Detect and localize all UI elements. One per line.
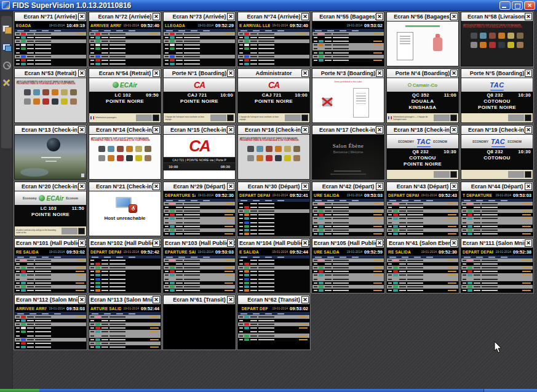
screen-tile-p1[interactable]: Porte N°1 (Boarding)✕CACAJ 72110:00POINT… [163,68,236,123]
screen-tile-54[interactable]: Ecran N°54 (Retrait)✕ECAirLC 10209:50POI… [89,68,161,123]
tile-close-icon[interactable]: ✕ [78,70,86,77]
connection-icon[interactable] [2,60,11,69]
ecair-globe-icon [113,82,119,88]
tile-close-icon[interactable]: ✕ [78,126,86,134]
tile-close-icon[interactable]: ✕ [450,183,458,190]
tile-close-icon[interactable]: ✕ [78,183,86,190]
screen-tile-admin[interactable]: Administrator✕CACAJ 72110:00POINTE NOIRE… [237,68,310,123]
screen-tile-p3[interactable]: Porte N°3 (Boarding)✕Items prohibited in… [312,68,384,123]
screen-tile-62[interactable]: Ecran N°62 (Transit)✕DEPART DEF19-01-201… [237,295,310,350]
tile-close-icon[interactable]: ✕ [525,239,532,247]
screen-tile-15[interactable]: Ecran N°15 (Check-in)✕CACAJ 721 | POINTE… [163,125,236,180]
screen-tile-104[interactable]: Ecran N°104 (Hall Public - 1✕E SALIDA19-… [237,238,310,293]
taskbar[interactable] [0,389,537,392]
tile-close-icon[interactable]: ✕ [153,70,160,77]
tile-close-icon[interactable]: ✕ [450,13,458,20]
screen-tile-55[interactable]: Ecran N°55 (Bagages)✕19-01-201409:53:02 [312,12,384,66]
screen-tile-20[interactable]: Ecran N°20 (Check-in)✕EconomyECAirEconom… [14,182,87,236]
tile-close-icon[interactable]: ✕ [78,239,86,247]
tac-logo: TAC [490,79,504,91]
screen-tile-43[interactable]: Ecran N°43 (Départ)✕DEPART DEPARTUR19-01… [386,182,459,236]
screen-tile-53[interactable]: Ecran N°53 (Retrait)✕ARTICLES INTERDITS … [14,68,87,123]
screens-icon[interactable] [2,42,11,51]
tile-close-icon[interactable]: ✕ [153,239,160,247]
tile-close-icon[interactable]: ✕ [450,70,458,77]
screen-tile-p4[interactable]: Porte N°4 (Boarding)✕Camair-CoQC 35211:0… [386,68,459,123]
screen-tile-73[interactable]: Ecran N°73 (Arrivée)✕LLEGADA19-01-201409… [163,12,236,66]
tile-close-icon[interactable]: ✕ [525,13,532,20]
screen-tile-13[interactable]: Ecran N°13 (Check-in)✕ [14,125,87,180]
screen-tile-44[interactable]: Ecran N°44 (Départ)✕T DEPARTURE SALIDA19… [461,182,533,236]
screen-tile-16[interactable]: Ecran N°16 (Check-in)✕ARTICLES INTERDITS… [237,125,310,180]
close-button[interactable]: ✕ [524,1,535,10]
tile-close-icon[interactable]: ✕ [376,126,383,134]
screen-tile-113[interactable]: Ecran N°113 (Salon Mniste✕ARTURE SALIDA1… [89,295,161,350]
tile-close-icon[interactable]: ✕ [227,183,234,190]
screen-tile-18[interactable]: Ecran N°18 (Check-in)✕ECONOMYTACECONOMQ8… [386,125,459,180]
screen-tile-29[interactable]: Ecran N°29 (Départ)✕DEPARTURE SALIDA19-0… [163,182,236,236]
tile-close-icon[interactable]: ✕ [227,70,234,77]
screen-tile-102[interactable]: Ecran N°102 (Hall Public - 1✕DEPART DEPA… [89,238,161,293]
screen-tile-19[interactable]: Ecran N°19 (Check-in)✕ECONOMYTACECONOMQ8… [461,125,533,180]
tile-close-icon[interactable]: ✕ [78,296,86,303]
tile-title: Porte N°4 (Boarding) [387,70,458,76]
screen-tile-30[interactable]: Ecran N°30 (Départ)✕DEPART DEPARTUR19-01… [237,182,310,236]
layout-windows-icon[interactable] [2,25,11,33]
tile-close-icon[interactable]: ✕ [301,183,309,190]
screen-tile-103[interactable]: Ecran N°103 (Hall Public - 1✕EPARTURE SA… [163,238,236,293]
start-button[interactable] [0,389,39,392]
tile-close-icon[interactable]: ✕ [450,126,458,134]
screen-tile-56[interactable]: Ecran N°56 (Bagages)✕ [386,12,459,66]
tile-close-icon[interactable]: ✕ [227,296,234,303]
tile-close-icon[interactable]: ✕ [525,183,532,190]
screen-tile-17[interactable]: Ecran N°17 (Check-in)✕Salon ÉbèneBienven… [312,125,384,180]
tile-close-icon[interactable]: ✕ [78,13,86,20]
tile-close-icon[interactable]: ✕ [376,239,383,247]
screen-thumbnail: ECONOMYTACECONOMQ8 23210:30COTONOU [461,135,533,179]
tile-close-icon[interactable]: ✕ [376,70,383,77]
screen-tile-14[interactable]: Ecran N°14 (Check-in)✕ARTICLES INTERDITS… [89,125,161,180]
prohibited-item-icon [52,89,58,95]
screen-tile-111[interactable]: Ecran N°111 (Salon Mniste✕DEPART DEPARTU… [461,238,533,293]
tile-close-icon[interactable]: ✕ [450,239,458,247]
screen-tile-21[interactable]: Ecran N°21 (Check-in)✕Host unreachable [89,182,161,236]
board-header: E SALIDA19-01-201409:52:44 [238,248,309,255]
toolbar-sidebar [0,11,13,392]
screen-tile-41[interactable]: Ecran N°41 (Salon Ebene)✕RE SALIDA19-01-… [386,238,459,293]
tile-close-icon[interactable]: ✕ [153,296,160,303]
tile-close-icon[interactable]: ✕ [301,13,309,20]
screen-tile-58[interactable]: Ecran N°58 (Livraison)✕ARTICLES INTERDIT… [461,12,533,66]
tools-icon[interactable] [2,78,11,87]
tile-close-icon[interactable]: ✕ [301,70,309,77]
airline-logo-chip [467,214,472,216]
system-tray[interactable] [483,389,537,392]
screen-tile-101[interactable]: Ecran N°101 (Hall Public - 1✕RE SALIDA19… [14,238,87,293]
tile-close-icon[interactable]: ✕ [227,126,234,134]
tile-close-icon[interactable]: ✕ [525,70,532,77]
tile-close-icon[interactable]: ✕ [301,126,309,134]
board-clock: 09:53:03 [513,193,531,198]
screen-tile-105[interactable]: Ecran N°105 (Hall Public - 1✕URE SALIDA1… [312,238,384,293]
tile-close-icon[interactable]: ✕ [153,126,160,134]
tile-close-icon[interactable]: ✕ [376,183,383,190]
screen-thumbnail: TACQ8 23210:30COTONOUPOINTE NOIRE [461,78,533,122]
screen-tile-112[interactable]: Ecran N°112 (Salon Mniste✕ARRIVEE ARRIV1… [14,295,87,350]
tile-close-icon[interactable]: ✕ [525,126,532,134]
screen-tile-p5[interactable]: Porte N°5 (Boarding)✕TACQ8 23210:30COTON… [461,68,533,123]
screen-tile-42[interactable]: Ecran N°42 (Départ)✕URE SALIDA19-01-2014… [312,182,384,236]
screen-thumbnail: DEPART DEPARTU19-01-201409:52:38 [461,248,533,292]
tile-close-icon[interactable]: ✕ [227,13,234,20]
tile-close-icon[interactable]: ✕ [153,183,160,190]
tile-close-icon[interactable]: ✕ [301,296,309,303]
screen-tile-61[interactable]: Ecran N°61 (Transit)✕ [163,295,236,350]
tile-close-icon[interactable]: ✕ [301,239,309,247]
minimize-button[interactable] [499,1,511,10]
screen-tile-74[interactable]: Ecran N°74 (Arrivée)✕E ARRIVAL LLEGADA19… [237,12,310,66]
screen-tile-72[interactable]: Ecran N°72 (Arrivée)✕ARRIVEE ARRIVAL LL1… [89,12,161,66]
board-title: DEPART DEPARTUR [90,250,121,254]
screen-tile-71[interactable]: Ecran N°71 (Arrivée)✕EGADA19-01-201410:4… [14,12,87,66]
tile-close-icon[interactable]: ✕ [153,13,160,20]
tile-close-icon[interactable]: ✕ [227,239,234,247]
tile-close-icon[interactable]: ✕ [376,13,383,20]
restore-button[interactable] [512,1,523,10]
